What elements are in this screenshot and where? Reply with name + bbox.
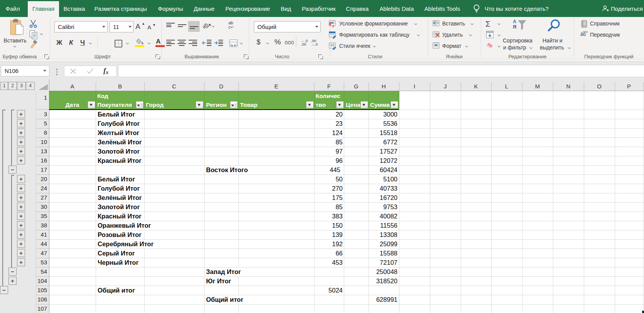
svg-text:≠: ≠ [332,24,334,28]
